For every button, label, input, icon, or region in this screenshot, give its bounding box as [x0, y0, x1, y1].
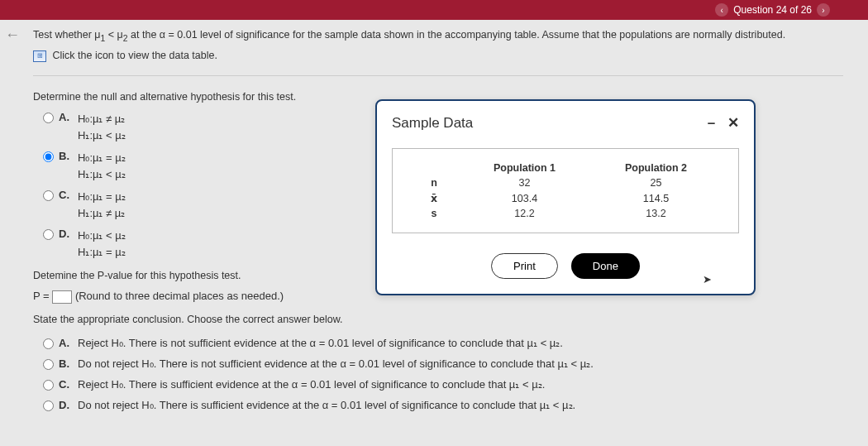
pop2-header: Population 2 — [590, 161, 722, 175]
cursor-icon: ➤ — [703, 273, 712, 285]
pvalue-input[interactable] — [52, 290, 72, 304]
header-bar: ‹ Question 24 of 26 › — [0, 0, 868, 20]
done-button[interactable]: Done — [571, 253, 640, 279]
modal-footer: Print Done — [392, 253, 739, 279]
radio-conc-b[interactable] — [43, 359, 54, 370]
prev-question-button[interactable]: ‹ — [715, 3, 728, 17]
data-table-icon[interactable]: ⊞ — [33, 50, 46, 62]
table-row: x̄ 103.4 114.5 — [409, 190, 722, 206]
modal-header: Sample Data – ✕ — [392, 114, 739, 132]
table-header-row: Population 1 Population 2 — [409, 161, 722, 175]
conclusion-b[interactable]: B. Do not reject H₀. There is not suffic… — [43, 357, 843, 370]
data-table-container: Population 1 Population 2 n 32 25 x̄ 103… — [392, 148, 739, 233]
pop1-header: Population 1 — [459, 161, 590, 175]
question-counter: Question 24 of 26 — [733, 4, 812, 16]
conclusion-c[interactable]: C. Reject H₀. There is sufficient eviden… — [43, 378, 843, 391]
question-prompt: Test whether μ1 < μ2 at the α = 0.01 lev… — [33, 26, 843, 46]
next-question-button[interactable]: › — [817, 3, 830, 17]
divider — [33, 75, 843, 76]
minimize-icon[interactable]: – — [708, 115, 715, 131]
conclusion-a[interactable]: A. Reject H₀. There is not sufficient ev… — [43, 337, 843, 349]
data-table-link-row: ⊞ Click the icon to view the data table. — [33, 47, 843, 64]
data-table-link-text[interactable]: Click the icon to view the data table. — [52, 50, 217, 61]
back-arrow-icon[interactable]: ← — [5, 26, 20, 44]
table-row: s 12.2 13.2 — [409, 206, 722, 221]
radio-conc-d[interactable] — [43, 400, 54, 411]
sample-data-modal: Sample Data – ✕ Population 1 Population … — [375, 99, 756, 295]
radio-c[interactable] — [43, 190, 54, 201]
close-icon[interactable]: ✕ — [727, 115, 739, 131]
conclusion-options: A. Reject H₀. There is not sufficient ev… — [43, 337, 843, 411]
modal-title: Sample Data — [392, 115, 473, 132]
radio-a[interactable] — [43, 113, 54, 123]
conclusion-d[interactable]: D. Do not reject H₀. There is sufficient… — [43, 399, 843, 411]
radio-d[interactable] — [43, 229, 54, 240]
conclusion-question-title: State the appropriate conclusion. Choose… — [33, 314, 843, 325]
radio-conc-c[interactable] — [43, 380, 54, 391]
radio-conc-a[interactable] — [43, 338, 54, 349]
sample-data-table: Population 1 Population 2 n 32 25 x̄ 103… — [409, 161, 722, 221]
radio-b[interactable] — [43, 151, 54, 162]
table-row: n 32 25 — [409, 175, 722, 190]
print-button[interactable]: Print — [491, 253, 558, 279]
